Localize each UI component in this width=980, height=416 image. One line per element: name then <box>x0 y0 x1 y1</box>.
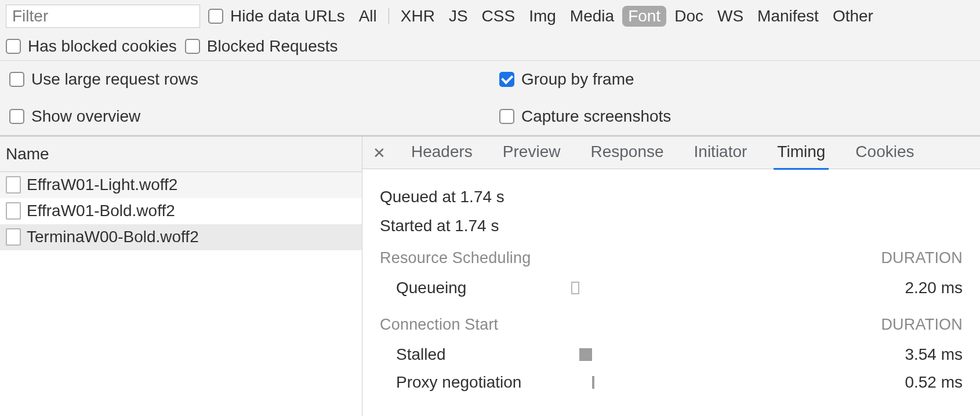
request-name: TerminaW00-Bold.woff2 <box>27 228 199 246</box>
type-filter-font[interactable]: Font <box>622 6 666 27</box>
timing-row-label: Proxy negotiation <box>380 373 571 392</box>
request-list-panel: Name EffraW01-Light.woff2EffraW01-Bold.w… <box>0 137 362 416</box>
use-large-rows-checkbox[interactable]: Use large request rows <box>0 61 490 98</box>
type-filter-img[interactable]: Img <box>523 6 562 27</box>
timing-bar-area <box>571 375 876 390</box>
timing-row-label: Queueing <box>380 279 571 297</box>
tab-cookies[interactable]: Cookies <box>852 136 917 170</box>
type-filter-js[interactable]: JS <box>443 6 474 27</box>
timing-section-title: Resource Scheduling <box>380 249 531 267</box>
timing-row: Stalled3.54 ms <box>380 341 963 368</box>
tab-response[interactable]: Response <box>587 136 667 170</box>
timing-section-header: Resource SchedulingDURATION <box>380 249 963 267</box>
show-overview-checkbox[interactable]: Show overview <box>0 98 490 135</box>
capture-screenshots-checkbox[interactable]: Capture screenshots <box>490 98 980 135</box>
timing-row-label: Stalled <box>380 345 571 364</box>
tab-headers[interactable]: Headers <box>408 136 476 170</box>
timing-row-value: 2.20 ms <box>876 279 963 297</box>
timing-row-value: 3.54 ms <box>876 345 963 364</box>
filter-input[interactable] <box>6 5 200 28</box>
request-name: EffraW01-Bold.woff2 <box>27 202 175 220</box>
type-filter-ws[interactable]: WS <box>712 6 749 27</box>
timing-bar <box>571 282 579 294</box>
request-list: EffraW01-Light.woff2EffraW01-Bold.woff2T… <box>0 172 362 416</box>
checkbox-icon <box>185 39 200 54</box>
name-column-header[interactable]: Name <box>0 137 362 172</box>
timing-row-value: 0.52 ms <box>876 373 963 392</box>
main-body: Name EffraW01-Light.woff2EffraW01-Bold.w… <box>0 136 980 416</box>
tab-initiator[interactable]: Initiator <box>691 136 751 170</box>
group-by-frame-label: Group by frame <box>521 70 634 89</box>
use-large-rows-label: Use large request rows <box>31 70 198 89</box>
close-icon[interactable]: ✕ <box>368 143 390 163</box>
timing-section: Resource SchedulingDURATIONQueueing2.20 … <box>380 249 963 302</box>
timing-bar-area <box>571 280 876 295</box>
timing-meta: Queued at 1.74 s Started at 1.74 s <box>380 188 963 235</box>
hide-data-urls-label: Hide data URLs <box>230 7 345 25</box>
file-icon <box>6 228 21 246</box>
type-filter-css[interactable]: CSS <box>476 6 521 27</box>
request-detail-panel: ✕ HeadersPreviewResponseInitiatorTimingC… <box>362 137 980 416</box>
type-filter-other[interactable]: Other <box>827 6 879 27</box>
checkbox-icon <box>499 72 514 87</box>
options-grid: Use large request rows Group by frame Sh… <box>0 60 980 135</box>
timing-bar <box>592 376 594 389</box>
hide-data-urls-checkbox[interactable]: Hide data URLs <box>208 7 345 25</box>
timing-row: Queueing2.20 ms <box>380 274 963 302</box>
has-blocked-cookies-checkbox[interactable]: Has blocked cookies <box>6 37 177 56</box>
type-filter-all[interactable]: All <box>353 6 383 27</box>
request-row[interactable]: EffraW01-Light.woff2 <box>0 172 362 198</box>
checkbox-icon <box>9 72 24 87</box>
tab-preview[interactable]: Preview <box>499 136 564 170</box>
timing-section: Connection StartDURATIONStalled3.54 msPr… <box>380 316 963 396</box>
request-name: EffraW01-Light.woff2 <box>27 176 177 194</box>
duration-header: DURATION <box>881 249 963 267</box>
queued-at-text: Queued at 1.74 s <box>380 188 963 206</box>
type-filter-separator <box>389 8 389 24</box>
network-filter-toolbar: Hide data URLs AllXHRJSCSSImgMediaFontDo… <box>0 0 980 136</box>
capture-screenshots-label: Capture screenshots <box>521 107 671 126</box>
tabs-host: HeadersPreviewResponseInitiatorTimingCoo… <box>408 136 918 170</box>
detail-tabs: ✕ HeadersPreviewResponseInitiatorTimingC… <box>362 137 980 169</box>
type-filter-manifest[interactable]: Manifest <box>752 6 825 27</box>
checkbox-icon <box>9 109 24 124</box>
tab-timing[interactable]: Timing <box>774 136 829 170</box>
type-filter-media[interactable]: Media <box>564 6 620 27</box>
duration-header: DURATION <box>881 316 963 334</box>
has-blocked-cookies-label: Has blocked cookies <box>28 37 177 56</box>
timing-row: Proxy negotiation0.52 ms <box>380 368 963 396</box>
checkbox-icon <box>208 9 223 24</box>
file-icon <box>6 202 21 220</box>
timing-bar <box>579 348 592 361</box>
timing-sections: Resource SchedulingDURATIONQueueing2.20 … <box>380 249 963 396</box>
request-row[interactable]: TerminaW00-Bold.woff2 <box>0 224 362 250</box>
type-filter-doc[interactable]: Doc <box>669 6 709 27</box>
checkbox-icon <box>6 39 21 54</box>
checkbox-icon <box>499 109 514 124</box>
timing-panel: Queued at 1.74 s Started at 1.74 s Resou… <box>362 169 980 413</box>
blocked-requests-checkbox[interactable]: Blocked Requests <box>185 37 338 56</box>
timing-section-title: Connection Start <box>380 316 498 334</box>
timing-section-header: Connection StartDURATION <box>380 316 963 334</box>
toolbar-row-2: Has blocked cookies Blocked Requests <box>0 32 980 60</box>
toolbar-row-1: Hide data URLs AllXHRJSCSSImgMediaFontDo… <box>0 0 980 32</box>
blocked-requests-label: Blocked Requests <box>207 37 338 56</box>
timing-bar-area <box>571 347 876 362</box>
type-filter-xhr[interactable]: XHR <box>395 6 441 27</box>
show-overview-label: Show overview <box>31 107 140 126</box>
type-filter-bar: AllXHRJSCSSImgMediaFontDocWSManifestOthe… <box>353 6 879 27</box>
request-row[interactable]: EffraW01-Bold.woff2 <box>0 198 362 224</box>
started-at-text: Started at 1.74 s <box>380 217 963 235</box>
file-icon <box>6 176 21 194</box>
group-by-frame-checkbox[interactable]: Group by frame <box>490 61 980 98</box>
